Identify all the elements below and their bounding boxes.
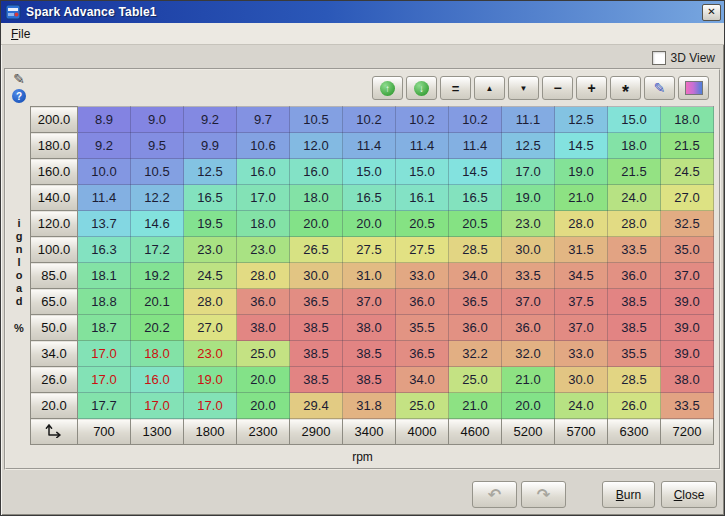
edit-cell-button[interactable]: ✎ bbox=[644, 76, 675, 100]
table-cell-r4-c3[interactable]: 18.0 bbox=[237, 211, 290, 237]
table-cell-r3-c11[interactable]: 27.0 bbox=[661, 185, 714, 211]
menu-file[interactable]: File bbox=[3, 25, 38, 43]
table-cell-r9-c9[interactable]: 33.0 bbox=[555, 341, 608, 367]
table-cell-r1-c3[interactable]: 10.6 bbox=[237, 133, 290, 159]
table-cell-r7-c11[interactable]: 39.0 bbox=[661, 289, 714, 315]
table-cell-r0-c0[interactable]: 8.9 bbox=[78, 107, 131, 133]
col-header-2900[interactable]: 2900 bbox=[290, 419, 343, 445]
table-cell-r6-c2[interactable]: 24.5 bbox=[184, 263, 237, 289]
table-cell-r1-c1[interactable]: 9.5 bbox=[131, 133, 184, 159]
table-cell-r10-c10[interactable]: 28.5 bbox=[608, 367, 661, 393]
table-cell-r8-c3[interactable]: 38.0 bbox=[237, 315, 290, 341]
table-cell-r2-c6[interactable]: 15.0 bbox=[396, 159, 449, 185]
table-cell-r2-c3[interactable]: 16.0 bbox=[237, 159, 290, 185]
table-cell-r4-c4[interactable]: 20.0 bbox=[290, 211, 343, 237]
table-cell-r9-c6[interactable]: 36.5 bbox=[396, 341, 449, 367]
table-cell-r2-c0[interactable]: 10.0 bbox=[78, 159, 131, 185]
table-cell-r0-c3[interactable]: 9.7 bbox=[237, 107, 290, 133]
set-equal-button[interactable]: = bbox=[440, 76, 471, 100]
table-cell-r9-c3[interactable]: 25.0 bbox=[237, 341, 290, 367]
table-cell-r9-c1[interactable]: 18.0 bbox=[131, 341, 184, 367]
table-cell-r7-c1[interactable]: 20.1 bbox=[131, 289, 184, 315]
col-header-6300[interactable]: 6300 bbox=[608, 419, 661, 445]
row-header-34[interactable]: 34.0 bbox=[31, 341, 78, 367]
table-cell-r4-c9[interactable]: 28.0 bbox=[555, 211, 608, 237]
table-cell-r7-c4[interactable]: 36.5 bbox=[290, 289, 343, 315]
table-cell-r0-c2[interactable]: 9.2 bbox=[184, 107, 237, 133]
row-header-65[interactable]: 65.0 bbox=[31, 289, 78, 315]
table-cell-r8-c4[interactable]: 38.5 bbox=[290, 315, 343, 341]
table-cell-r9-c11[interactable]: 39.0 bbox=[661, 341, 714, 367]
table-cell-r1-c2[interactable]: 9.9 bbox=[184, 133, 237, 159]
table-cell-r3-c10[interactable]: 24.0 bbox=[608, 185, 661, 211]
heatmap-toggle-button[interactable] bbox=[678, 76, 709, 100]
table-cell-r0-c9[interactable]: 12.5 bbox=[555, 107, 608, 133]
row-header-26[interactable]: 26.0 bbox=[31, 367, 78, 393]
table-cell-r7-c0[interactable]: 18.8 bbox=[78, 289, 131, 315]
table-cell-r4-c2[interactable]: 19.5 bbox=[184, 211, 237, 237]
col-header-1300[interactable]: 1300 bbox=[131, 419, 184, 445]
col-header-5700[interactable]: 5700 bbox=[555, 419, 608, 445]
table-cell-r0-c10[interactable]: 15.0 bbox=[608, 107, 661, 133]
table-cell-r5-c7[interactable]: 28.5 bbox=[449, 237, 502, 263]
table-cell-r11-c7[interactable]: 21.0 bbox=[449, 393, 502, 419]
table-cell-r11-c2[interactable]: 17.0 bbox=[184, 393, 237, 419]
col-header-7200[interactable]: 7200 bbox=[661, 419, 714, 445]
table-cell-r4-c10[interactable]: 28.0 bbox=[608, 211, 661, 237]
table-cell-r3-c4[interactable]: 18.0 bbox=[290, 185, 343, 211]
table-cell-r8-c9[interactable]: 37.0 bbox=[555, 315, 608, 341]
col-header-700[interactable]: 700 bbox=[78, 419, 131, 445]
table-cell-r1-c7[interactable]: 11.4 bbox=[449, 133, 502, 159]
burn-button[interactable]: Burn bbox=[602, 481, 655, 508]
table-cell-r5-c1[interactable]: 17.2 bbox=[131, 237, 184, 263]
table-cell-r3-c2[interactable]: 16.5 bbox=[184, 185, 237, 211]
table-cell-r10-c7[interactable]: 25.0 bbox=[449, 367, 502, 393]
decrement-button[interactable]: ▼ bbox=[508, 76, 539, 100]
col-header-1800[interactable]: 1800 bbox=[184, 419, 237, 445]
table-cell-r8-c10[interactable]: 38.5 bbox=[608, 315, 661, 341]
table-cell-r9-c5[interactable]: 38.5 bbox=[343, 341, 396, 367]
table-cell-r1-c11[interactable]: 21.5 bbox=[661, 133, 714, 159]
axis-swap-button[interactable] bbox=[31, 419, 78, 445]
minus-button[interactable]: − bbox=[542, 76, 573, 100]
table-cell-r0-c11[interactable]: 18.0 bbox=[661, 107, 714, 133]
table-cell-r6-c8[interactable]: 33.5 bbox=[502, 263, 555, 289]
table-cell-r8-c0[interactable]: 18.7 bbox=[78, 315, 131, 341]
table-cell-r6-c1[interactable]: 19.2 bbox=[131, 263, 184, 289]
table-cell-r7-c7[interactable]: 36.5 bbox=[449, 289, 502, 315]
table-cell-r3-c9[interactable]: 21.0 bbox=[555, 185, 608, 211]
table-cell-r5-c10[interactable]: 33.5 bbox=[608, 237, 661, 263]
table-cell-r10-c9[interactable]: 30.0 bbox=[555, 367, 608, 393]
table-cell-r1-c4[interactable]: 12.0 bbox=[290, 133, 343, 159]
plus-button[interactable]: + bbox=[576, 76, 607, 100]
table-cell-r11-c4[interactable]: 29.4 bbox=[290, 393, 343, 419]
table-cell-r1-c5[interactable]: 11.4 bbox=[343, 133, 396, 159]
table-cell-r11-c1[interactable]: 17.0 bbox=[131, 393, 184, 419]
table-cell-r10-c2[interactable]: 19.0 bbox=[184, 367, 237, 393]
table-cell-r2-c1[interactable]: 10.5 bbox=[131, 159, 184, 185]
table-cell-r11-c8[interactable]: 20.0 bbox=[502, 393, 555, 419]
table-cell-r5-c0[interactable]: 16.3 bbox=[78, 237, 131, 263]
row-header-120[interactable]: 120.0 bbox=[31, 211, 78, 237]
table-cell-r11-c6[interactable]: 25.0 bbox=[396, 393, 449, 419]
table-cell-r8-c11[interactable]: 39.0 bbox=[661, 315, 714, 341]
table-cell-r6-c7[interactable]: 34.0 bbox=[449, 263, 502, 289]
table-cell-r6-c5[interactable]: 31.0 bbox=[343, 263, 396, 289]
table-cell-r7-c8[interactable]: 37.0 bbox=[502, 289, 555, 315]
edit-pencil-icon[interactable]: ✎ bbox=[13, 72, 25, 86]
col-header-3400[interactable]: 3400 bbox=[343, 419, 396, 445]
table-cell-r10-c5[interactable]: 38.5 bbox=[343, 367, 396, 393]
table-cell-r6-c11[interactable]: 37.0 bbox=[661, 263, 714, 289]
table-cell-r7-c9[interactable]: 37.5 bbox=[555, 289, 608, 315]
table-cell-r3-c6[interactable]: 16.1 bbox=[396, 185, 449, 211]
table-cell-r7-c6[interactable]: 36.0 bbox=[396, 289, 449, 315]
table-cell-r9-c10[interactable]: 35.5 bbox=[608, 341, 661, 367]
row-header-50[interactable]: 50.0 bbox=[31, 315, 78, 341]
table-cell-r6-c6[interactable]: 33.0 bbox=[396, 263, 449, 289]
table-cell-r2-c2[interactable]: 12.5 bbox=[184, 159, 237, 185]
row-header-100[interactable]: 100.0 bbox=[31, 237, 78, 263]
table-cell-r2-c9[interactable]: 19.0 bbox=[555, 159, 608, 185]
table-cell-r5-c11[interactable]: 35.0 bbox=[661, 237, 714, 263]
table-cell-r0-c5[interactable]: 10.2 bbox=[343, 107, 396, 133]
table-cell-r3-c5[interactable]: 16.5 bbox=[343, 185, 396, 211]
